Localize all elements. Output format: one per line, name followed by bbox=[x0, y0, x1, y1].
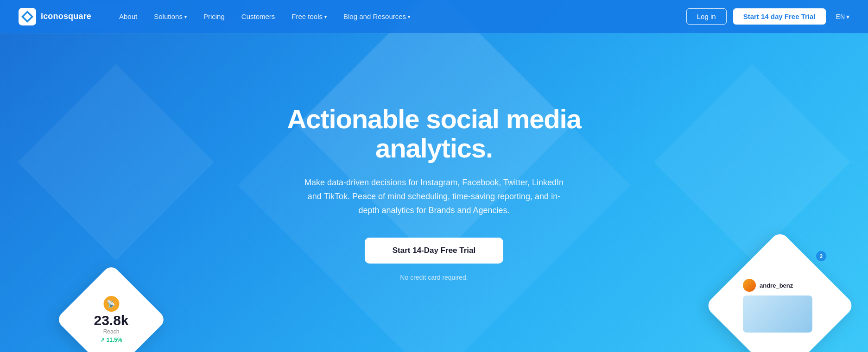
hero-section: Actionable social media analytics. Make … bbox=[0, 0, 868, 352]
nav-pricing[interactable]: Pricing bbox=[203, 13, 225, 20]
bg-diamond-right bbox=[654, 64, 850, 260]
bg-diamond-left bbox=[18, 64, 214, 260]
nav-solutions[interactable]: Solutions ▾ bbox=[154, 13, 187, 20]
logo-icon bbox=[19, 8, 36, 25]
nav-links: About Solutions ▾ Pricing Customers Free… bbox=[119, 13, 686, 20]
reach-icon: 📡 bbox=[103, 296, 119, 312]
no-credit-note: No credit card required. bbox=[253, 274, 615, 281]
logo-text: iconosquare bbox=[41, 12, 91, 21]
chevron-down-icon: ▾ bbox=[324, 14, 327, 19]
login-button[interactable]: Log in bbox=[686, 8, 727, 25]
reach-change: ↗ 11.5% bbox=[94, 337, 128, 343]
nav-about[interactable]: About bbox=[119, 13, 137, 20]
chevron-down-icon: ▾ bbox=[184, 14, 187, 19]
nav-right: Log in Start 14 day Free Trial EN ▾ bbox=[686, 8, 849, 25]
notification-badge: 2 bbox=[816, 251, 826, 261]
card-right-header: andre_benz bbox=[743, 279, 817, 292]
card-right-wrapper: 2 andre_benz bbox=[720, 245, 840, 352]
nav-blog[interactable]: Blog and Resources ▾ bbox=[343, 13, 410, 20]
nav-customers[interactable]: Customers bbox=[241, 13, 275, 20]
navbar: iconosquare About Solutions ▾ Pricing Cu… bbox=[0, 0, 868, 33]
logo[interactable]: iconosquare bbox=[19, 8, 91, 25]
hero-subtitle: Make data-driven decisions for Instagram… bbox=[300, 176, 569, 217]
reach-label: Reach bbox=[94, 328, 128, 335]
card-right-content: 2 andre_benz bbox=[743, 279, 817, 333]
hero-title: Actionable social media analytics. bbox=[253, 104, 615, 163]
avatar bbox=[743, 279, 756, 292]
nav-free-tools[interactable]: Free tools ▾ bbox=[291, 13, 327, 20]
chevron-down-icon: ▾ bbox=[408, 14, 410, 19]
cta-area: Start 14-Day Free Trial No credit card r… bbox=[253, 238, 615, 281]
username: andre_benz bbox=[760, 282, 793, 289]
card-left-content: 📡 23.8k Reach ↗ 11.5% bbox=[94, 296, 128, 343]
trial-nav-button[interactable]: Start 14 day Free Trial bbox=[733, 8, 826, 25]
reach-stat: 23.8k bbox=[94, 314, 128, 327]
chevron-down-icon: ▾ bbox=[846, 13, 849, 20]
card-image bbox=[743, 295, 812, 333]
language-selector[interactable]: EN ▾ bbox=[836, 13, 849, 20]
card-left-wrapper: 📡 23.8k Reach ↗ 11.5% bbox=[65, 273, 158, 352]
trial-main-button[interactable]: Start 14-Day Free Trial bbox=[365, 238, 504, 264]
hero-content: Actionable social media analytics. Make … bbox=[244, 104, 624, 282]
